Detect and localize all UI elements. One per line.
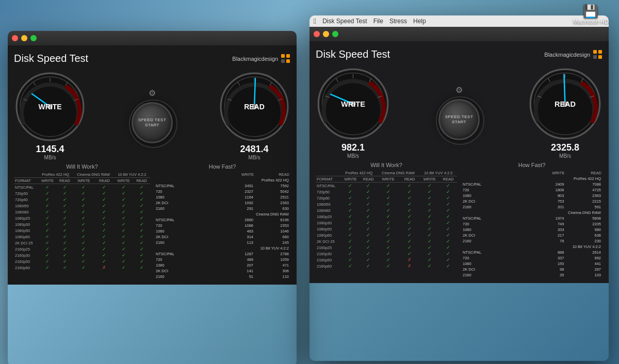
check-mark: ✓	[408, 239, 412, 244]
check-mark: ✓	[102, 246, 106, 252]
table-row: 1080p25✓✓✓✓✓✓	[14, 215, 150, 221]
maximize-button-left[interactable]	[30, 35, 37, 41]
check-mark: ✓	[82, 203, 86, 208]
right-write-unit: MB/s	[341, 153, 365, 159]
check-mark: ✓	[366, 195, 370, 201]
check-mark: ✓	[63, 209, 67, 214]
minimize-button-right[interactable]	[323, 31, 329, 37]
check-mark: ✓	[45, 234, 50, 239]
check-mark: ✓	[122, 228, 126, 233]
right-window-body: Disk Speed Test Blackmagicdesign	[310, 41, 609, 283]
check-mark: ✓	[122, 191, 126, 196]
right-branding-text: Blackmagicdesign	[544, 52, 590, 58]
table-row: 7204891059	[154, 257, 290, 262]
table-row: 2160p30✓✓✓✓✓✓	[316, 251, 457, 257]
left-read-gauge: READ 2481.4 MB/s	[218, 71, 290, 160]
close-button-right[interactable]	[314, 31, 320, 37]
check-mark: ✓	[45, 222, 50, 227]
right-speed-test-label: SPEED TESTSTART	[445, 114, 474, 124]
right-read-reading: 2325.8 MB/s	[551, 142, 579, 159]
menubar-help[interactable]: Help	[413, 18, 426, 25]
table-row: 2K DCI98287	[461, 267, 602, 272]
menubar-file[interactable]: File	[373, 18, 383, 25]
left-gear-icon[interactable]: ⚙	[149, 88, 156, 98]
table-row: NTSC/PAL24097088	[461, 181, 602, 187]
table-row: 72023275042	[154, 189, 290, 194]
minimize-button-left[interactable]	[21, 35, 27, 41]
left-speed-test-button[interactable]: SPEED TESTSTART	[132, 102, 173, 143]
left-will-it-work-title: Will It Work?	[14, 163, 150, 170]
check-mark: ✓	[63, 265, 67, 270]
left-branding-text: Blackmagicdesign	[232, 56, 278, 62]
check-mark: ✓	[366, 245, 370, 250]
table-row: NTSC/PAL34917562	[154, 183, 290, 189]
check-mark: ✓	[446, 220, 450, 225]
check-mark: ✓	[446, 239, 450, 244]
check-mark: ✓	[408, 214, 412, 219]
right-titlebar	[310, 27, 609, 41]
check-mark: ✓	[140, 203, 144, 208]
how-fast-group-label: ProRes 422 HQ	[154, 177, 290, 183]
table-row: 2K DCI 25✓✓✓✓✓✓	[316, 238, 457, 244]
check-mark: ✓	[63, 240, 67, 245]
check-mark: ✓	[63, 222, 67, 227]
check-mark: ✓	[140, 253, 144, 258]
check-mark: ✓	[386, 251, 390, 256]
check-mark: ✓	[446, 226, 450, 231]
col-group-10bit: 10 Bit YUV 4:2:2	[114, 172, 150, 178]
check-mark: ✓	[63, 246, 67, 252]
left-how-fast-table: WRITE READ ProRes 422 HQNTSC/PAL34917562…	[154, 172, 290, 279]
check-mark: ✓	[348, 226, 352, 231]
left-write-gauge-svg: WRITE	[14, 71, 86, 143]
table-row: 2160p30✓✓✓✓✓✓	[14, 252, 150, 258]
right-speed-test-button[interactable]: SPEED TESTSTART	[438, 99, 480, 140]
traffic-lights-right[interactable]	[314, 31, 338, 37]
table-row: 1080p25✓✓✓✓✓✓	[316, 213, 457, 220]
table-row: NTSC/PAL8882614	[461, 250, 602, 255]
how-fast-group-label: 10 Bit YUV 4:2:2	[461, 244, 602, 250]
left-read-reading: 2481.4 MB/s	[240, 144, 268, 160]
left-write-unit: MB/s	[36, 155, 64, 160]
check-mark: ✓	[386, 189, 390, 194]
table-row: 1080i60✓✓✓✓✓✓	[316, 207, 457, 213]
right-how-fast-title: How Fast?	[461, 162, 602, 168]
sq4	[286, 59, 290, 63]
check-mark: ✓	[122, 197, 126, 202]
maximize-button-right[interactable]	[332, 31, 338, 37]
right-read-gauge-svg: READ	[528, 67, 602, 141]
menubar-app[interactable]: Disk Speed Test	[322, 18, 367, 25]
check-mark: ✓	[408, 202, 412, 207]
check-mark: ✓	[82, 234, 86, 239]
left-center-controls: ⚙ SPEED TESTSTART	[132, 88, 173, 143]
check-mark: ✓	[82, 222, 86, 227]
close-button-left[interactable]	[12, 35, 18, 41]
how-fast-group-label: Cinema DNG RAW	[154, 211, 290, 217]
right-gear-icon[interactable]: ⚙	[455, 85, 463, 95]
check-mark: ✓	[63, 197, 67, 202]
check-mark: ✓	[102, 240, 106, 245]
menubar-stress[interactable]: Stress	[389, 18, 407, 25]
r-format-header: FORMAT	[316, 176, 341, 183]
table-row: 2160201591	[461, 204, 602, 210]
table-row: 720p50✓✓✓✓✓✓	[316, 189, 457, 195]
check-mark: ✓	[63, 259, 67, 264]
left-write-reading: 1145.4 MB/s	[36, 144, 64, 160]
check-mark: ✓	[45, 216, 50, 221]
apple-logo[interactable]: 	[314, 17, 316, 25]
left-read-gauge-svg: READ	[218, 71, 290, 143]
r-col-group-prores: ProRes 422 HQ	[341, 170, 377, 176]
table-row: 2160p50✓✓✓✓✓✓	[14, 258, 150, 264]
check-mark: ✓	[348, 189, 352, 194]
traffic-lights-left[interactable]	[12, 35, 37, 41]
table-row: 720337992	[461, 255, 602, 261]
table-row: 2K DCI7532215	[461, 198, 602, 204]
table-row: 7207492205	[461, 221, 602, 227]
check-mark: ✓	[348, 202, 352, 207]
right-read-gauge: READ 2325.8 MB/s	[528, 67, 602, 159]
table-row: 1080p50✓✓✓✓✓✓	[316, 226, 457, 232]
check-mark: ✓	[386, 202, 390, 207]
check-mark: ✓	[102, 209, 106, 214]
how-fast-group-label: Cinema DNG RAW	[461, 210, 602, 216]
check-mark: ✓	[82, 240, 86, 245]
sq2	[286, 54, 290, 58]
